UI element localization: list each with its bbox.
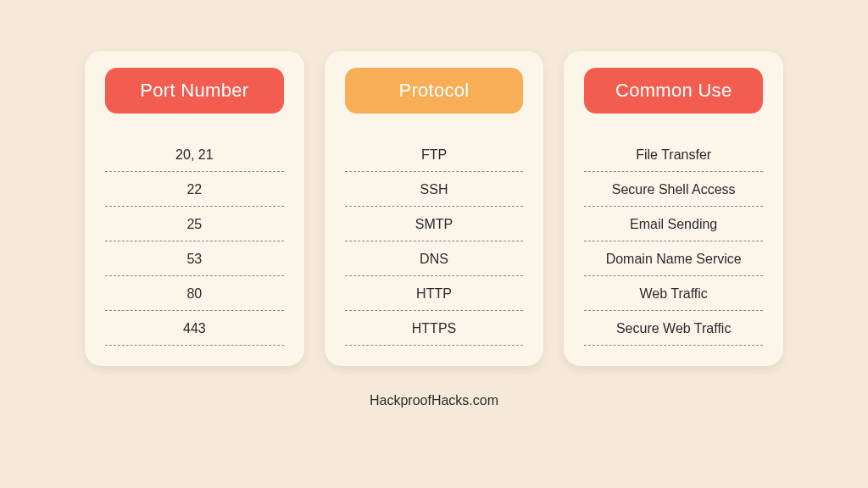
table-row: 25 bbox=[105, 207, 284, 241]
footer-credit: HackproofHacks.com bbox=[370, 393, 498, 408]
table-row: FTP bbox=[345, 137, 524, 172]
table-row: DNS bbox=[345, 241, 524, 276]
common-use-card: Common Use File Transfer Secure Shell Ac… bbox=[564, 51, 783, 366]
table-row: Domain Name Service bbox=[584, 241, 763, 276]
table-row: 20, 21 bbox=[105, 137, 284, 172]
table-row: File Transfer bbox=[584, 137, 763, 172]
protocol-card: Protocol FTP SSH SMTP DNS HTTP HTTPS bbox=[325, 51, 544, 366]
table-row: Web Traffic bbox=[584, 276, 763, 311]
protocol-header: Protocol bbox=[345, 68, 524, 114]
table-row: 443 bbox=[105, 311, 284, 346]
table-row: Secure Shell Access bbox=[584, 172, 763, 207]
table-row: SSH bbox=[345, 172, 524, 207]
table-row: Email Sending bbox=[584, 207, 763, 241]
table-row: Secure Web Traffic bbox=[584, 311, 763, 346]
common-use-header: Common Use bbox=[584, 68, 763, 114]
port-number-header: Port Number bbox=[105, 68, 284, 114]
port-number-card: Port Number 20, 21 22 25 53 80 443 bbox=[85, 51, 304, 366]
columns-container: Port Number 20, 21 22 25 53 80 443 Proto… bbox=[85, 51, 783, 366]
table-row: 80 bbox=[105, 276, 284, 311]
table-row: SMTP bbox=[345, 207, 524, 241]
table-row: 53 bbox=[105, 241, 284, 276]
table-row: HTTP bbox=[345, 276, 524, 311]
table-row: HTTPS bbox=[345, 311, 524, 346]
table-row: 22 bbox=[105, 172, 284, 207]
